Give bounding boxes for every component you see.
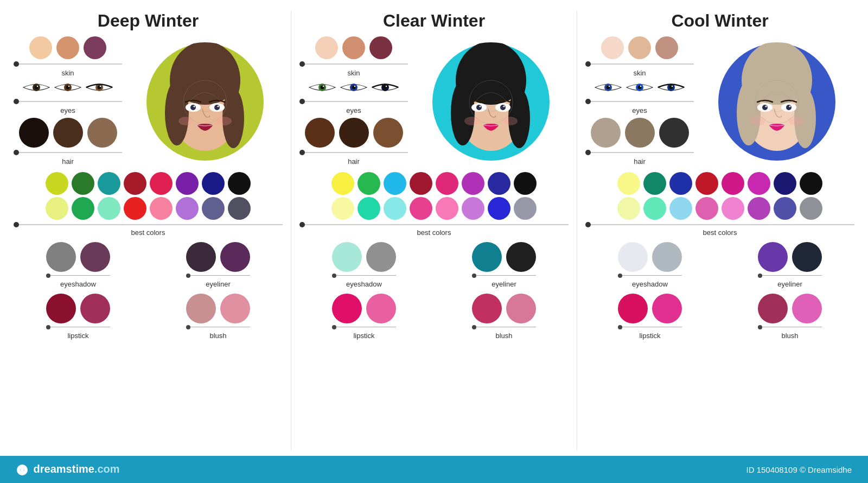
cool-winter-eye-divider <box>585 101 694 102</box>
deep-winter-eye-1 <box>54 80 82 97</box>
deep-winter-palette-color-1-2 <box>98 197 120 220</box>
cool-winter-lipstick-circle-1 <box>652 294 682 323</box>
cool-winter-skin-divider <box>585 63 694 65</box>
cool-winter-skin-circle-1 <box>628 36 651 59</box>
deep-winter-palette-color-1-7 <box>228 197 251 220</box>
cool-winter-lipstick-circle-0 <box>618 294 648 323</box>
clear-winter-blush-label: blush <box>495 332 512 340</box>
deep-winter-palette-color-0-1 <box>72 172 94 195</box>
clear-winter-eye-2 <box>371 80 399 97</box>
deep-winter-eyeshadow-section: eyeshadow <box>46 242 110 290</box>
svg-point-5 <box>68 86 69 87</box>
deep-winter-hair-label: hair <box>62 157 74 166</box>
svg-point-8 <box>100 86 101 87</box>
deep-winter-hair-circle-0 <box>19 118 49 148</box>
cool-winter-eyeshadow-section: eyeshadow <box>618 242 682 290</box>
deep-winter-palette-color-0-2 <box>98 172 120 195</box>
cool-winter-palette-color-1-1 <box>643 197 666 220</box>
deep-winter-lipstick-circle-0 <box>46 294 76 323</box>
deep-winter-palette-divider <box>14 224 283 225</box>
clear-winter-palette-color-0-3 <box>410 172 432 195</box>
clear-winter-palette-color-0-5 <box>462 172 484 195</box>
clear-winter-palette-color-0-2 <box>384 172 406 195</box>
footer-id: ID 150408109 © Dreamsidhe <box>746 465 852 474</box>
clear-winter-eyeshadow-line <box>332 275 396 276</box>
deep-winter-palette-color-1-5 <box>176 197 199 220</box>
dreamstime-logo[interactable]: dreamstime.com <box>16 463 120 476</box>
cool-winter-palette-divider <box>585 224 854 225</box>
svg-point-76 <box>21 468 24 472</box>
deep-winter-skin-circle-0 <box>29 36 52 59</box>
svg-point-42 <box>476 105 482 110</box>
cool-winter-palette-section: best colors <box>585 172 854 239</box>
clear-winter-skin-circle-2 <box>369 36 392 59</box>
clear-winter-palette-color-0-1 <box>358 172 380 195</box>
clear-winter-hair-label: hair <box>348 157 360 166</box>
deep-winter-palette-row-0 <box>46 172 251 195</box>
svg-point-39 <box>451 80 475 145</box>
cool-winter-hair-circles <box>591 118 689 148</box>
deep-winter-skin-divider <box>14 63 122 65</box>
cool-winter-skin-label: skin <box>633 69 646 77</box>
svg-point-30 <box>354 86 355 87</box>
cool-winter-eyeshadow-circle-1 <box>652 242 682 272</box>
deep-winter-eye-2 <box>85 80 113 97</box>
svg-point-27 <box>323 86 324 87</box>
cool-winter-hair-circle-1 <box>625 118 655 148</box>
deep-winter-eyeliner-circle-1 <box>220 242 250 272</box>
footer-bar: dreamstime.com ID 150408109 © Dreamsidhe <box>0 456 868 483</box>
clear-winter-palette-divider <box>299 224 569 225</box>
clear-winter-lipstick-divline <box>332 327 396 327</box>
clear-winter-palette-color-1-1 <box>358 197 380 220</box>
cool-winter-palette-row-1 <box>617 197 822 220</box>
cool-winter-eye-2 <box>657 80 685 97</box>
cool-winter-panel: Cool Winterskin eyeshair <box>577 11 863 450</box>
cool-winter-eyeshadow-circle-0 <box>618 242 648 272</box>
svg-point-55 <box>640 86 641 87</box>
deep-winter-palette-color-0-6 <box>202 172 225 195</box>
clear-winter-palette-color-0-4 <box>436 172 458 195</box>
cool-winter-title: Cool Winter <box>585 11 854 31</box>
cool-winter-eyeliner-section: eyeliner <box>758 242 822 290</box>
cool-winter-eye-row <box>594 80 685 97</box>
cool-winter-palette-color-1-6 <box>774 197 796 220</box>
cool-winter-blush-circle-1 <box>792 294 822 323</box>
deep-winter-lipstick-blush-row: lipstickblush <box>14 294 283 342</box>
clear-winter-hair-circle-2 <box>373 118 403 148</box>
deep-winter-blush-divline <box>186 327 250 327</box>
clear-winter-eye-row <box>308 80 399 97</box>
deep-winter-eyeshadow-line <box>46 275 110 276</box>
clear-winter-eyeliner-section: eyeliner <box>472 242 536 290</box>
clear-winter-eyeshadow-circle-0 <box>332 242 362 272</box>
clear-winter-eyeliner-label: eyeliner <box>492 280 516 288</box>
cool-winter-palette-color-1-0 <box>617 197 640 220</box>
deep-winter-title: Deep Winter <box>14 11 283 31</box>
deep-winter-skin-label: skin <box>61 69 74 77</box>
svg-point-73 <box>788 117 803 125</box>
clear-winter-eye-1 <box>340 80 368 97</box>
cool-winter-hair-circle-2 <box>659 118 689 148</box>
clear-winter-title: Clear Winter <box>299 11 569 31</box>
cool-winter-blush-section: blush <box>758 294 822 342</box>
svg-point-33 <box>386 86 387 87</box>
deep-winter-blush-label: blush <box>209 332 226 340</box>
cool-winter-makeup-row: eyeshadoweyeliner <box>585 242 854 290</box>
deep-winter-skin-circle-1 <box>56 36 79 59</box>
deep-winter-palette-color-1-6 <box>202 197 225 220</box>
cool-winter-palette-color-0-5 <box>748 172 770 195</box>
svg-point-70 <box>786 105 792 110</box>
svg-point-2 <box>37 86 38 87</box>
deep-winter-hair-circles <box>19 118 117 148</box>
svg-point-64 <box>737 80 761 145</box>
clear-winter-eyeliner-line <box>472 275 536 276</box>
clear-winter-eyeliner-circle-0 <box>472 242 502 272</box>
cool-winter-lipstick-divline <box>618 327 682 327</box>
deep-winter-lipstick-divline <box>46 327 110 327</box>
cool-winter-lipstick-section: lipstick <box>618 294 682 342</box>
cool-winter-hair-label: hair <box>634 157 646 166</box>
cool-winter-eyeshadow-line <box>618 275 682 276</box>
cool-winter-eyeliner-line <box>758 275 822 276</box>
svg-point-20 <box>214 105 220 110</box>
clear-winter-palette-color-1-7 <box>514 197 537 220</box>
deep-winter-eye-row <box>22 80 113 97</box>
